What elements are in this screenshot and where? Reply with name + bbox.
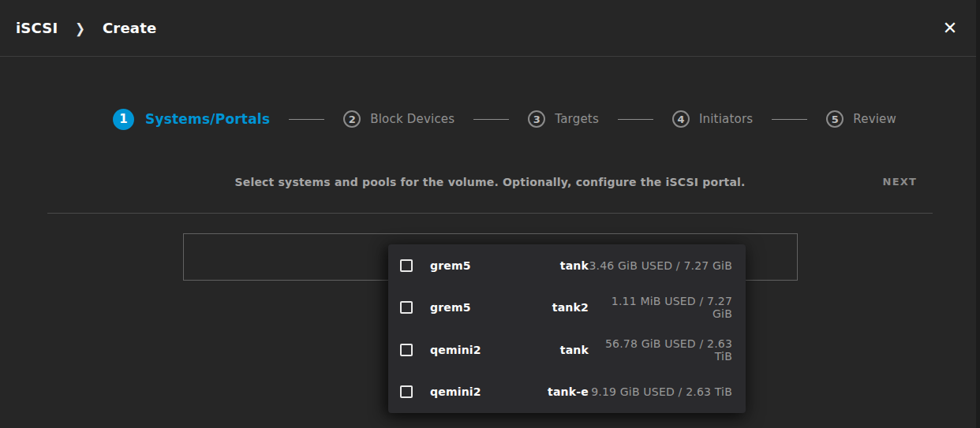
option-system-name: grem5 xyxy=(430,301,471,314)
step-connector xyxy=(289,119,324,120)
close-button[interactable]: ✕ xyxy=(939,17,961,39)
step-number-badge: 1 xyxy=(113,109,134,130)
option-system-name: qemini2 xyxy=(430,385,481,398)
dialog-right-edge xyxy=(976,0,980,428)
option-pool-name: tank xyxy=(471,259,589,272)
step-label: Systems/Portals xyxy=(145,111,270,127)
step-number-badge: 2 xyxy=(343,110,361,128)
next-button[interactable]: NEXT xyxy=(877,171,923,192)
step-label: Targets xyxy=(555,112,599,126)
checkbox-unchecked-icon[interactable] xyxy=(400,344,413,356)
iscsi-create-dialog: iSCSI ❯ Create ✕ 1 Systems/Portals 2 Blo… xyxy=(0,0,980,428)
step-connector xyxy=(473,119,509,120)
option-usage-text: 1.11 MiB USED / 7.27 GiB xyxy=(589,295,732,320)
checkbox-unchecked-icon[interactable] xyxy=(400,385,413,398)
section-divider xyxy=(47,213,933,214)
step-systems-portals[interactable]: 1 Systems/Portals xyxy=(113,109,270,130)
step-label: Review xyxy=(853,112,896,126)
step-instruction-text: Select systems and pools for the volume.… xyxy=(0,176,980,188)
step-connector xyxy=(772,119,807,120)
step-targets[interactable]: 3 Targets xyxy=(528,110,599,128)
chevron-right-icon: ❯ xyxy=(75,20,85,36)
checkbox-unchecked-icon[interactable] xyxy=(400,259,413,272)
option-pool-name: tank2 xyxy=(471,301,589,314)
step-label: Block Devices xyxy=(370,112,454,126)
close-icon: ✕ xyxy=(943,20,957,37)
page-title: Create xyxy=(103,20,156,36)
step-number-badge: 3 xyxy=(528,110,545,128)
option-usage-text: 9.19 GiB USED / 2.63 TiB xyxy=(589,385,732,398)
option-system-name: qemini2 xyxy=(430,344,481,356)
pool-option-row[interactable]: qemini2 tank-e 9.19 GiB USED / 2.63 TiB xyxy=(388,371,746,414)
pools-dropdown-panel: grem5 tank 3.46 GiB USED / 7.27 GiB grem… xyxy=(388,244,746,413)
step-label: Initiators xyxy=(699,112,753,126)
checkbox-unchecked-icon[interactable] xyxy=(400,301,413,314)
dialog-header: iSCSI ❯ Create ✕ xyxy=(0,0,980,57)
step-number-badge: 5 xyxy=(826,110,843,128)
option-system-name: grem5 xyxy=(430,259,471,272)
step-block-devices[interactable]: 2 Block Devices xyxy=(343,110,454,128)
breadcrumb-root: iSCSI xyxy=(16,20,58,36)
pool-option-row[interactable]: grem5 tank 3.46 GiB USED / 7.27 GiB xyxy=(388,244,746,287)
wizard-stepper: 1 Systems/Portals 2 Block Devices 3 Targ… xyxy=(113,108,896,130)
pool-option-row[interactable]: qemini2 tank 56.78 GiB USED / 2.63 TiB xyxy=(388,329,746,371)
step-connector xyxy=(618,119,653,120)
step-initiators[interactable]: 4 Initiators xyxy=(672,110,753,128)
step-review[interactable]: 5 Review xyxy=(826,110,896,128)
option-usage-text: 3.46 GiB USED / 7.27 GiB xyxy=(589,259,732,272)
step-number-badge: 4 xyxy=(672,110,690,128)
option-pool-name: tank-e xyxy=(481,385,589,398)
pool-option-row[interactable]: grem5 tank2 1.11 MiB USED / 7.27 GiB xyxy=(388,287,746,329)
option-usage-text: 56.78 GiB USED / 2.63 TiB xyxy=(589,337,732,363)
option-pool-name: tank xyxy=(481,344,589,356)
